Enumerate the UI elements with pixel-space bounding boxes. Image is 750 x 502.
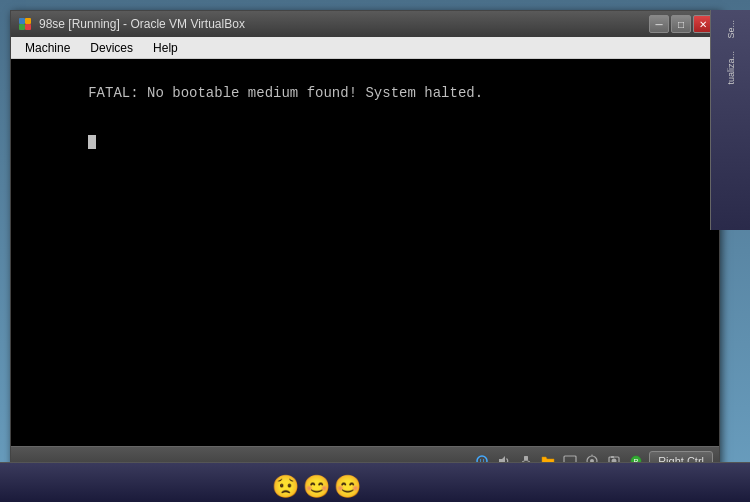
menu-machine[interactable]: Machine [15, 39, 80, 57]
emoji-1[interactable]: 😟 [272, 474, 299, 500]
svg-rect-0 [19, 18, 25, 24]
svg-rect-9 [524, 456, 528, 460]
window-title: 98se [Running] - Oracle VM VirtualBox [39, 17, 245, 31]
title-bar: 98se [Running] - Oracle VM VirtualBox ─ … [11, 11, 719, 37]
vm-screen[interactable]: FATAL: No bootable medium found! System … [11, 59, 719, 446]
svg-rect-3 [25, 24, 31, 30]
emoji-3[interactable]: 😊 [334, 474, 361, 500]
svg-rect-2 [19, 24, 25, 30]
fatal-message: FATAL: No bootable medium found! System … [21, 69, 483, 165]
svg-rect-22 [611, 456, 614, 458]
emoji-2[interactable]: 😊 [303, 474, 330, 500]
side-virtualize-label: tualiza... [724, 47, 738, 89]
minimize-button[interactable]: ─ [649, 15, 669, 33]
emoji-row: 😟 😊 😊 [270, 472, 363, 502]
virtualbox-icon [17, 16, 33, 32]
side-search-label: Se... [724, 16, 738, 43]
menu-devices[interactable]: Devices [80, 39, 143, 57]
restore-button[interactable]: □ [671, 15, 691, 33]
desktop: 98se [Running] - Oracle VM VirtualBox ─ … [0, 0, 750, 502]
menu-help[interactable]: Help [143, 39, 188, 57]
virtualbox-window: 98se [Running] - Oracle VM VirtualBox ─ … [10, 10, 720, 475]
menu-bar: Machine Devices Help [11, 37, 719, 59]
taskbar: 😟 😊 😊 [0, 462, 750, 502]
svg-rect-1 [25, 18, 31, 24]
side-panel: Se... tualiza... [710, 10, 750, 230]
vm-cursor [88, 135, 96, 149]
window-controls: ─ □ ✕ [649, 15, 713, 33]
title-bar-left: 98se [Running] - Oracle VM VirtualBox [17, 16, 245, 32]
